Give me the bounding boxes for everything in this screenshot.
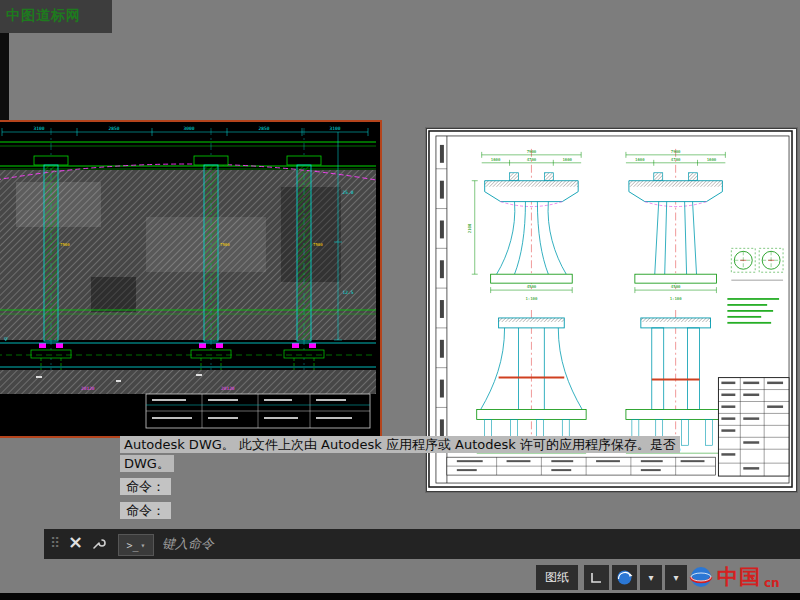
scale-label: 1:100 xyxy=(525,296,538,301)
dim-label: 1600 xyxy=(707,157,717,162)
dim-label: 7900 xyxy=(527,149,537,154)
dim-label: 1600 xyxy=(491,157,501,162)
site-watermark-logo: 中国 cn xyxy=(688,560,800,594)
dim-label: 2850 xyxy=(259,126,270,131)
dim-label: 1600 xyxy=(562,157,572,162)
top-left-dark-region: 中图道标网 xyxy=(0,0,112,33)
chevron-down-icon: ▾ xyxy=(673,572,678,583)
command-prompt-line-1: 命令： xyxy=(120,478,171,496)
dim-label: 1600 xyxy=(635,157,645,162)
dim-label: 2850 xyxy=(109,126,120,131)
dim-label: 3100 xyxy=(34,126,45,131)
pier-label: 7500 xyxy=(220,242,230,247)
command-recent-dropdown[interactable]: >_ ▾ xyxy=(118,534,154,556)
customize-wrench-icon[interactable] xyxy=(91,536,106,555)
console-message-text: DWG。 xyxy=(120,455,174,472)
logo-globe-icon xyxy=(688,564,714,590)
lower-terrain-hatch: 20120 20120 xyxy=(0,370,376,394)
model-drawing-canvas[interactable]: 3100 2850 3000 2850 3100 25.0 12.5 7500 xyxy=(0,122,376,432)
command-prompt-text: 命令： xyxy=(120,478,171,495)
span-label: 20120 xyxy=(221,386,235,391)
dim-label: 3100 xyxy=(330,126,341,131)
dim-label: 3000 xyxy=(184,126,195,131)
dim-label: 4700 xyxy=(671,157,681,162)
dim-label: 4500 xyxy=(527,284,537,289)
bottom-title-strip xyxy=(447,457,716,475)
autocad-workspace: 中图道标网 xyxy=(0,0,800,600)
chevron-down-icon: ▾ xyxy=(141,541,146,550)
drawing-window-model[interactable]: 3100 2850 3000 2850 3100 25.0 12.5 7500 xyxy=(0,120,382,438)
paper-space-toggle-button[interactable]: 图纸 xyxy=(536,565,578,590)
logo-suffix-text: cn xyxy=(764,576,780,590)
dim-label: 4700 xyxy=(527,157,537,162)
command-input[interactable]: 键入命令 xyxy=(162,535,214,553)
watermark-text: 中图道标网 xyxy=(6,7,81,25)
pier-label: 7500 xyxy=(313,242,323,247)
title-block-model xyxy=(146,394,370,428)
workspace-switch-dropdown[interactable]: ▾ xyxy=(665,565,687,590)
title-block-layout xyxy=(718,378,789,476)
dim-label: 4500 xyxy=(671,284,681,289)
logo-text: 中国 xyxy=(717,563,761,591)
chevron-down-icon: ▾ xyxy=(648,572,653,583)
pier-label: 7500 xyxy=(60,242,70,247)
bottom-edge-bar xyxy=(0,593,800,600)
span-label: 20120 xyxy=(81,386,95,391)
water-symbol: ▽ xyxy=(4,335,8,342)
elev-label: 12.5 xyxy=(343,290,354,295)
dim-label: 2100 xyxy=(467,223,472,233)
dim-label: 7900 xyxy=(671,149,681,154)
terminal-prompt-icon: >_ xyxy=(127,540,139,551)
elev-label: 25.0 xyxy=(343,190,354,195)
ucs-corner-icon[interactable] xyxy=(584,565,609,590)
scale-label: 1:100 xyxy=(670,296,683,301)
console-message-line-2: DWG。 xyxy=(120,455,174,473)
left-edge-strip xyxy=(0,33,9,123)
close-commandline-button[interactable]: × xyxy=(68,531,83,552)
console-message-text: Autodesk DWG。 此文件上次由 Autodesk 应用程序或 Auto… xyxy=(120,436,680,453)
commandline-drag-grip[interactable]: ⠿ xyxy=(50,535,60,551)
console-message-line-1: Autodesk DWG。 此文件上次由 Autodesk 应用程序或 Auto… xyxy=(120,436,680,454)
command-prompt-text: 命令： xyxy=(120,502,171,519)
orbit-globe-icon[interactable] xyxy=(612,565,637,590)
command-bar: ⠿ × >_ ▾ 键入命令 xyxy=(44,529,800,559)
command-prompt-line-2: 命令： xyxy=(120,502,171,520)
annotation-scale-dropdown[interactable]: ▾ xyxy=(640,565,662,590)
layout-drawing-canvas[interactable]: 7900 1600 4700 1600 4500 2100 1:100 xyxy=(427,129,794,489)
